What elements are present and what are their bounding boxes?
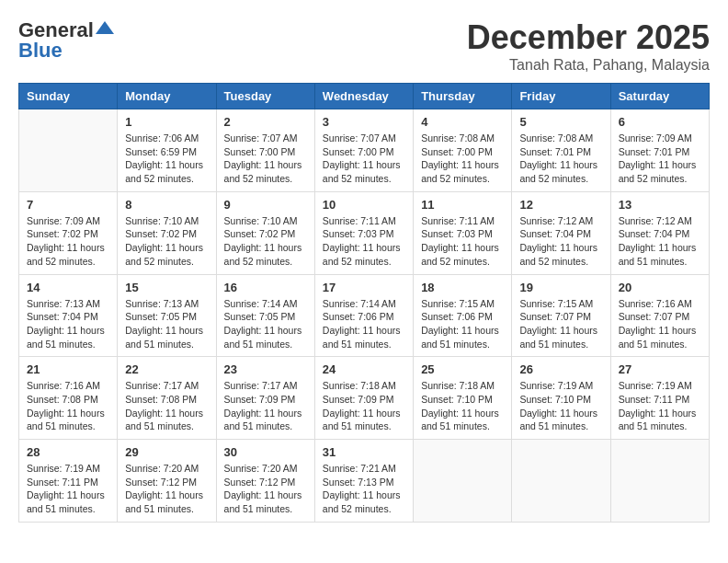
calendar-cell: 18Sunrise: 7:15 AMSunset: 7:06 PMDayligh…	[414, 274, 512, 357]
day-number: 25	[421, 362, 504, 376]
calendar-cell: 5Sunrise: 7:08 AMSunset: 7:01 PMDaylight…	[512, 109, 610, 192]
day-number: 15	[125, 281, 208, 294]
month-title: December 2025	[467, 18, 710, 57]
day-number: 23	[224, 362, 307, 376]
day-info: Sunrise: 7:13 AMSunset: 7:04 PMDaylight:…	[27, 297, 109, 351]
day-info: Sunrise: 7:12 AMSunset: 7:04 PMDaylight:…	[519, 214, 602, 269]
day-number: 17	[323, 281, 405, 294]
calendar-cell: 16Sunrise: 7:14 AMSunset: 7:05 PMDayligh…	[216, 274, 314, 357]
day-number: 24	[323, 362, 405, 376]
header-thursday: Thursday	[414, 84, 512, 109]
calendar-cell: 3Sunrise: 7:07 AMSunset: 7:00 PMDaylight…	[314, 109, 413, 192]
calendar-cell: 23Sunrise: 7:17 AMSunset: 7:09 PMDayligh…	[216, 357, 314, 440]
day-number: 27	[619, 362, 701, 376]
day-info: Sunrise: 7:21 AMSunset: 7:13 PMDaylight:…	[323, 462, 405, 516]
title-section: December 2025 Tanah Rata, Pahang, Malays…	[467, 18, 710, 74]
day-info: Sunrise: 7:07 AMSunset: 7:00 PMDaylight:…	[224, 132, 307, 186]
calendar-cell: 10Sunrise: 7:11 AMSunset: 7:03 PMDayligh…	[314, 191, 413, 274]
calendar-cell: 2Sunrise: 7:07 AMSunset: 7:00 PMDaylight…	[216, 109, 314, 192]
calendar-cell: 30Sunrise: 7:20 AMSunset: 7:12 PMDayligh…	[216, 440, 314, 523]
header-monday: Monday	[118, 84, 216, 109]
calendar-cell: 27Sunrise: 7:19 AMSunset: 7:11 PMDayligh…	[610, 357, 709, 440]
svg-marker-0	[96, 21, 114, 34]
calendar-week-row: 1Sunrise: 7:06 AMSunset: 6:59 PMDaylight…	[19, 109, 710, 192]
calendar-week-row: 21Sunrise: 7:16 AMSunset: 7:08 PMDayligh…	[19, 357, 710, 440]
calendar-cell: 20Sunrise: 7:16 AMSunset: 7:07 PMDayligh…	[610, 274, 709, 357]
day-info: Sunrise: 7:10 AMSunset: 7:02 PMDaylight:…	[224, 214, 307, 269]
day-info: Sunrise: 7:16 AMSunset: 7:07 PMDaylight:…	[619, 297, 701, 351]
calendar-cell: 4Sunrise: 7:08 AMSunset: 7:00 PMDaylight…	[414, 109, 512, 192]
day-number: 20	[619, 281, 701, 294]
calendar-cell	[512, 440, 610, 523]
calendar-cell: 9Sunrise: 7:10 AMSunset: 7:02 PMDaylight…	[216, 191, 314, 274]
logo-blue: Blue	[18, 39, 63, 63]
day-info: Sunrise: 7:14 AMSunset: 7:06 PMDaylight:…	[323, 297, 405, 351]
calendar-week-row: 14Sunrise: 7:13 AMSunset: 7:04 PMDayligh…	[19, 274, 710, 357]
header-sunday: Sunday	[19, 84, 118, 109]
calendar-cell	[414, 440, 512, 523]
calendar-cell: 26Sunrise: 7:19 AMSunset: 7:10 PMDayligh…	[512, 357, 610, 440]
day-number: 7	[27, 198, 109, 212]
header-tuesday: Tuesday	[216, 84, 314, 109]
day-number: 19	[519, 281, 602, 294]
day-number: 1	[125, 115, 208, 129]
day-info: Sunrise: 7:18 AMSunset: 7:09 PMDaylight:…	[323, 379, 405, 433]
day-info: Sunrise: 7:15 AMSunset: 7:06 PMDaylight:…	[421, 297, 504, 351]
day-number: 14	[27, 281, 109, 294]
calendar-week-row: 28Sunrise: 7:19 AMSunset: 7:11 PMDayligh…	[19, 440, 710, 523]
calendar-cell: 6Sunrise: 7:09 AMSunset: 7:01 PMDaylight…	[610, 109, 709, 192]
calendar-cell: 1Sunrise: 7:06 AMSunset: 6:59 PMDaylight…	[118, 109, 216, 192]
day-info: Sunrise: 7:07 AMSunset: 7:00 PMDaylight:…	[323, 132, 405, 186]
calendar-cell: 13Sunrise: 7:12 AMSunset: 7:04 PMDayligh…	[610, 191, 709, 274]
day-number: 31	[323, 445, 405, 459]
day-number: 6	[619, 115, 701, 129]
day-number: 9	[224, 198, 307, 212]
day-info: Sunrise: 7:17 AMSunset: 7:08 PMDaylight:…	[125, 379, 208, 433]
day-number: 22	[125, 362, 208, 376]
calendar-cell: 7Sunrise: 7:09 AMSunset: 7:02 PMDaylight…	[19, 191, 118, 274]
calendar-cell: 21Sunrise: 7:16 AMSunset: 7:08 PMDayligh…	[19, 357, 118, 440]
day-number: 5	[519, 115, 602, 129]
calendar-cell: 15Sunrise: 7:13 AMSunset: 7:05 PMDayligh…	[118, 274, 216, 357]
day-info: Sunrise: 7:14 AMSunset: 7:05 PMDaylight:…	[224, 297, 307, 351]
day-info: Sunrise: 7:13 AMSunset: 7:05 PMDaylight:…	[125, 297, 208, 351]
day-number: 2	[224, 115, 307, 129]
day-number: 12	[519, 198, 602, 212]
calendar-cell: 31Sunrise: 7:21 AMSunset: 7:13 PMDayligh…	[314, 440, 413, 523]
location-subtitle: Tanah Rata, Pahang, Malaysia	[467, 57, 710, 74]
calendar-cell: 17Sunrise: 7:14 AMSunset: 7:06 PMDayligh…	[314, 274, 413, 357]
day-info: Sunrise: 7:08 AMSunset: 7:00 PMDaylight:…	[421, 132, 504, 186]
day-number: 8	[125, 198, 208, 212]
day-info: Sunrise: 7:09 AMSunset: 7:01 PMDaylight:…	[619, 132, 701, 186]
calendar-cell: 28Sunrise: 7:19 AMSunset: 7:11 PMDayligh…	[19, 440, 118, 523]
calendar-cell: 25Sunrise: 7:18 AMSunset: 7:10 PMDayligh…	[414, 357, 512, 440]
day-info: Sunrise: 7:11 AMSunset: 7:03 PMDaylight:…	[421, 214, 504, 269]
day-number: 13	[619, 198, 701, 212]
day-number: 4	[421, 115, 504, 129]
calendar-header-row: SundayMondayTuesdayWednesdayThursdayFrid…	[19, 84, 710, 109]
day-number: 3	[323, 115, 405, 129]
day-number: 26	[519, 362, 602, 376]
day-info: Sunrise: 7:15 AMSunset: 7:07 PMDaylight:…	[519, 297, 602, 351]
day-info: Sunrise: 7:10 AMSunset: 7:02 PMDaylight:…	[125, 214, 208, 269]
calendar-cell: 24Sunrise: 7:18 AMSunset: 7:09 PMDayligh…	[314, 357, 413, 440]
day-number: 29	[125, 445, 208, 459]
day-info: Sunrise: 7:16 AMSunset: 7:08 PMDaylight:…	[27, 379, 109, 433]
day-info: Sunrise: 7:06 AMSunset: 6:59 PMDaylight:…	[125, 132, 208, 186]
logo-icon	[96, 17, 114, 36]
day-number: 18	[421, 281, 504, 294]
day-info: Sunrise: 7:11 AMSunset: 7:03 PMDaylight:…	[323, 214, 405, 269]
header-saturday: Saturday	[610, 84, 709, 109]
day-number: 30	[224, 445, 307, 459]
day-number: 11	[421, 198, 504, 212]
day-info: Sunrise: 7:17 AMSunset: 7:09 PMDaylight:…	[224, 379, 307, 433]
calendar-table: SundayMondayTuesdayWednesdayThursdayFrid…	[18, 83, 710, 523]
day-info: Sunrise: 7:18 AMSunset: 7:10 PMDaylight:…	[421, 379, 504, 433]
day-info: Sunrise: 7:19 AMSunset: 7:11 PMDaylight:…	[27, 462, 109, 516]
calendar-cell: 19Sunrise: 7:15 AMSunset: 7:07 PMDayligh…	[512, 274, 610, 357]
page-header: General Blue December 2025 Tanah Rata, P…	[18, 18, 710, 74]
day-info: Sunrise: 7:19 AMSunset: 7:11 PMDaylight:…	[619, 379, 701, 433]
day-number: 16	[224, 281, 307, 294]
day-info: Sunrise: 7:08 AMSunset: 7:01 PMDaylight:…	[519, 132, 602, 186]
calendar-cell: 8Sunrise: 7:10 AMSunset: 7:02 PMDaylight…	[118, 191, 216, 274]
